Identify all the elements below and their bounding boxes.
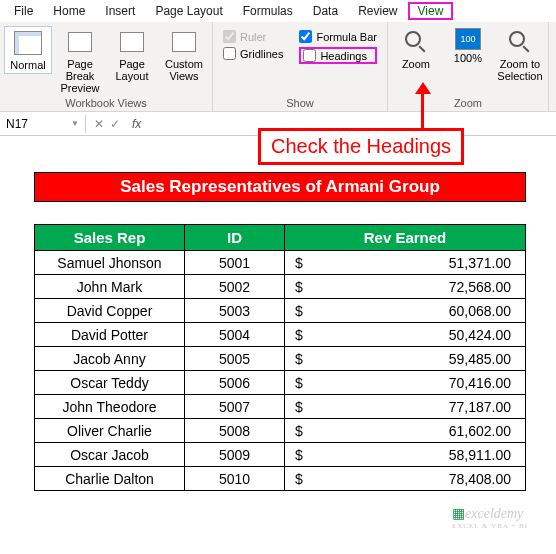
table-row[interactable]: Oscar Jacob5009$58,911.00 xyxy=(35,443,526,467)
formula-bar-checkbox[interactable]: Formula Bar xyxy=(299,30,377,43)
cell-id[interactable]: 5003 xyxy=(185,299,285,323)
gridlines-checkbox[interactable]: Gridlines xyxy=(223,47,283,60)
watermark: ▦exceldemy EXCEL & VBA + BI xyxy=(452,505,528,530)
zoom-100-button[interactable]: 100 100% xyxy=(444,26,492,66)
cell-rep[interactable]: David Copper xyxy=(35,299,185,323)
normal-button[interactable]: Normal xyxy=(4,26,52,74)
cell-rev[interactable]: $72,568.00 xyxy=(285,275,526,299)
tab-pagelayout[interactable]: Page Layout xyxy=(145,2,232,20)
group-workbook-views: Normal Page Break Preview Page Layout Cu… xyxy=(0,22,213,111)
page-break-icon xyxy=(68,32,92,52)
zoom-selection-button[interactable]: Zoom to Selection xyxy=(496,26,544,84)
cell-rev[interactable]: $59,485.00 xyxy=(285,347,526,371)
name-box[interactable]: N17 ▼ xyxy=(0,115,86,133)
zoom-100-icon: 100 xyxy=(455,28,481,50)
tab-insert[interactable]: Insert xyxy=(95,2,145,20)
cell-rev[interactable]: $58,911.00 xyxy=(285,443,526,467)
cell-rev[interactable]: $78,408.00 xyxy=(285,467,526,491)
tab-home[interactable]: Home xyxy=(43,2,95,20)
cell-id[interactable]: 5009 xyxy=(185,443,285,467)
table-header-row[interactable]: Sales Rep ID Rev Earned xyxy=(35,225,526,251)
table-row[interactable]: David Copper5003$60,068.00 xyxy=(35,299,526,323)
cell-rep[interactable]: John Mark xyxy=(35,275,185,299)
worksheet[interactable]: Sales Representatives of Armani Group Sa… xyxy=(34,172,526,491)
ribbon-tabs: File Home Insert Page Layout Formulas Da… xyxy=(0,0,556,22)
group-zoom: Zoom 100 100% Zoom to Selection Zoom xyxy=(388,22,549,111)
zoom-selection-icon xyxy=(507,29,533,55)
table-row[interactable]: Jacob Anny5005$59,485.00 xyxy=(35,347,526,371)
zoom-button[interactable]: Zoom xyxy=(392,26,440,72)
cell-id[interactable]: 5005 xyxy=(185,347,285,371)
fx-label[interactable]: fx xyxy=(128,117,141,131)
ribbon: Normal Page Break Preview Page Layout Cu… xyxy=(0,22,556,112)
headings-check-input[interactable] xyxy=(303,49,316,62)
header-rev[interactable]: Rev Earned xyxy=(285,225,526,251)
group-show: Ruler Gridlines Formula Bar Headings Sho… xyxy=(213,22,388,111)
cell-rep[interactable]: John Theodore xyxy=(35,395,185,419)
ruler-checkbox: Ruler xyxy=(223,30,283,43)
page-break-preview-button[interactable]: Page Break Preview xyxy=(56,26,104,96)
cancel-icon: ✕ xyxy=(94,117,104,131)
table-row[interactable]: Oliver Charlie5008$61,602.00 xyxy=(35,419,526,443)
header-id[interactable]: ID xyxy=(185,225,285,251)
page-layout-icon xyxy=(120,32,144,52)
tab-file[interactable]: File xyxy=(4,2,43,20)
cell-rep[interactable]: David Potter xyxy=(35,323,185,347)
sheet-title[interactable]: Sales Representatives of Armani Group xyxy=(34,172,526,202)
table-row[interactable]: John Mark5002$72,568.00 xyxy=(35,275,526,299)
annotation-text: Check the Headings xyxy=(258,128,464,165)
table-row[interactable]: Charlie Dalton5010$78,408.00 xyxy=(35,467,526,491)
tab-data[interactable]: Data xyxy=(303,2,348,20)
table-row[interactable]: Oscar Teddy5006$70,416.00 xyxy=(35,371,526,395)
zoom-icon xyxy=(403,29,429,55)
cell-id[interactable]: 5008 xyxy=(185,419,285,443)
custom-views-icon xyxy=(172,32,196,52)
cell-rep[interactable]: Oliver Charlie xyxy=(35,419,185,443)
cell-id[interactable]: 5004 xyxy=(185,323,285,347)
cell-rep[interactable]: Oscar Jacob xyxy=(35,443,185,467)
cell-rev[interactable]: $60,068.00 xyxy=(285,299,526,323)
data-table[interactable]: Sales Rep ID Rev Earned Samuel Jhonson50… xyxy=(34,224,526,491)
normal-view-icon xyxy=(14,31,42,55)
formula-buttons: ✕ ✓ xyxy=(86,117,128,131)
custom-views-button[interactable]: Custom Views xyxy=(160,26,208,84)
cell-id[interactable]: 5010 xyxy=(185,467,285,491)
cell-id[interactable]: 5002 xyxy=(185,275,285,299)
cell-rev[interactable]: $77,187.00 xyxy=(285,395,526,419)
group-label-show: Show xyxy=(213,97,387,111)
cell-rep[interactable]: Jacob Anny xyxy=(35,347,185,371)
cell-id[interactable]: 5001 xyxy=(185,251,285,275)
cell-rep[interactable]: Oscar Teddy xyxy=(35,371,185,395)
group-label-zoom: Zoom xyxy=(388,97,548,111)
tab-view[interactable]: View xyxy=(408,2,454,20)
formula-bar-check-input[interactable] xyxy=(299,30,312,43)
cell-rep[interactable]: Samuel Jhonson xyxy=(35,251,185,275)
cell-id[interactable]: 5006 xyxy=(185,371,285,395)
cell-rev[interactable]: $51,371.00 xyxy=(285,251,526,275)
page-layout-button[interactable]: Page Layout xyxy=(108,26,156,84)
enter-icon: ✓ xyxy=(110,117,120,131)
cell-rev[interactable]: $61,602.00 xyxy=(285,419,526,443)
chevron-down-icon[interactable]: ▼ xyxy=(71,119,79,128)
table-row[interactable]: John Theodore5007$77,187.00 xyxy=(35,395,526,419)
cell-rep[interactable]: Charlie Dalton xyxy=(35,467,185,491)
table-row[interactable]: David Potter5004$50,424.00 xyxy=(35,323,526,347)
annotation-arrow-head xyxy=(415,82,431,94)
tab-review[interactable]: Review xyxy=(348,2,407,20)
headings-checkbox[interactable]: Headings xyxy=(299,47,377,64)
group-label-workbook-views: Workbook Views xyxy=(0,97,212,111)
cell-rev[interactable]: $50,424.00 xyxy=(285,323,526,347)
cell-rev[interactable]: $70,416.00 xyxy=(285,371,526,395)
gridlines-check-input[interactable] xyxy=(223,47,236,60)
header-sales-rep[interactable]: Sales Rep xyxy=(35,225,185,251)
table-row[interactable]: Samuel Jhonson5001$51,371.00 xyxy=(35,251,526,275)
tab-formulas[interactable]: Formulas xyxy=(233,2,303,20)
ruler-check-input xyxy=(223,30,236,43)
cell-id[interactable]: 5007 xyxy=(185,395,285,419)
